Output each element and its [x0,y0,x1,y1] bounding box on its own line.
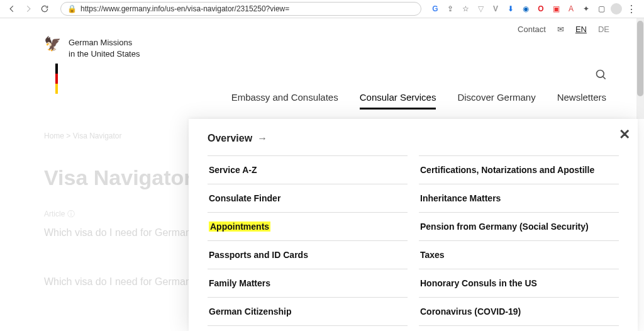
bookmark-star-icon[interactable]: ☆ [460,3,471,14]
back-button[interactable] [5,2,19,16]
menu-overview-link[interactable]: Overview → [208,133,267,144]
menu-item[interactable]: Coronavirus (COVID-19) [419,297,619,326]
menu-col-right: Certifications, Notarizations and Aposti… [419,155,619,326]
nav-embassy[interactable]: Embassy and Consulates [231,92,338,109]
menu-item-label: Passports and ID Cards [209,250,308,260]
menu-item-label: Coronavirus (COVID-19) [420,306,521,317]
site-brand[interactable]: 🦅 German Missions in the United States [44,37,140,59]
svg-point-0 [597,70,604,78]
menu-item-label: German Citizenship [209,306,291,317]
capture-ext-icon[interactable]: ▣ [550,3,562,14]
eagle-icon: 🦅 [44,37,61,51]
menu-item[interactable]: Appointments [208,212,408,240]
util-bar: Contact ✉ EN DE [0,18,644,34]
reload-button[interactable] [38,2,52,16]
search-icon[interactable] [595,69,608,83]
brand-line2: in the United States [69,48,140,60]
scrollbar-thumb[interactable] [637,21,643,96]
blue-ball-ext-icon[interactable]: ◉ [520,3,531,14]
kebab-menu-icon[interactable]: ⋮ [626,3,637,14]
lang-de[interactable]: DE [598,25,609,34]
menu-item-label: Pension from Germany (Social Security) [420,222,589,232]
menu-item[interactable]: Taxes [419,240,619,269]
address-bar[interactable]: 🔒 https://www.germany.info/us-en/visa-na… [60,2,421,16]
google-icon[interactable]: G [430,3,441,14]
lock-icon: 🔒 [67,4,77,13]
opera-ext-icon[interactable]: O [535,3,547,14]
profile-avatar[interactable] [611,3,622,14]
menu-item[interactable]: Honorary Consuls in the US [419,269,619,297]
menu-item[interactable]: German Citizenship [208,297,408,326]
puzzle-ext-icon[interactable]: ✦ [580,3,592,14]
mail-icon[interactable]: ✉ [557,25,564,34]
menu-item-label: Taxes [420,250,445,260]
menu-item-label: Family Matters [209,278,270,288]
menu-overview-label: Overview [208,133,252,144]
share-icon[interactable]: ⇪ [445,3,456,14]
svg-line-1 [603,77,606,79]
grey-v-ext-icon[interactable]: V [490,3,501,14]
menu-item-label: Certifications, Notarizations and Aposti… [420,165,594,175]
main-nav: Embassy and Consulates Consular Services… [0,92,644,109]
menu-item-label: Honorary Consuls in the US [420,278,537,288]
brand-text: German Missions in the United States [69,37,140,59]
browser-toolbar: 🔒 https://www.germany.info/us-en/visa-na… [0,0,644,18]
red-a-ext-icon[interactable]: A [565,3,577,14]
menu-item[interactable]: Certifications, Notarizations and Aposti… [419,155,619,184]
menu-item[interactable]: Pension from Germany (Social Security) [419,212,619,240]
arrow-right-icon: → [257,133,267,144]
panel-ext-icon[interactable]: ▢ [596,3,607,14]
menu-item-label: Appointments [209,222,270,232]
url-text: https://www.germany.info/us-en/visa-navi… [80,4,289,13]
page: Contact ✉ EN DE 🦅 German Missions in the… [0,18,644,331]
menu-item[interactable]: Inheritance Matters [419,184,619,212]
nav-consular[interactable]: Consular Services [360,92,436,109]
menu-item-label: Inheritance Matters [420,193,501,203]
lang-en[interactable]: EN [575,25,587,34]
extensions-row: G ⇪ ☆ ▽ V ⬇ ◉ O ▣ A ✦ ▢ ⋮ [428,3,639,14]
contact-link[interactable]: Contact [518,25,546,34]
brand-line1: German Missions [69,37,140,48]
menu-item-label: Consulate Finder [209,193,280,203]
close-icon[interactable]: ✕ [619,126,630,143]
download-ext-icon[interactable]: ⬇ [505,3,516,14]
nav-discover[interactable]: Discover Germany [457,92,535,109]
menu-item[interactable]: Family Matters [208,269,408,297]
nav-newsletters[interactable]: Newsletters [557,92,606,109]
menu-item[interactable]: Passports and ID Cards [208,240,408,269]
shield-ext-icon[interactable]: ▽ [475,3,486,14]
menu-col-left: Service A-ZConsulate FinderAppointmentsP… [208,155,408,326]
flag-stripe [55,64,58,94]
menu-item-label: Service A-Z [209,165,257,175]
menu-item[interactable]: Consulate Finder [208,184,408,212]
forward-button[interactable] [21,2,35,16]
consular-mega-menu: ✕ Overview → Service A-ZConsulate Finder… [189,119,638,331]
menu-item[interactable]: Service A-Z [208,155,408,184]
